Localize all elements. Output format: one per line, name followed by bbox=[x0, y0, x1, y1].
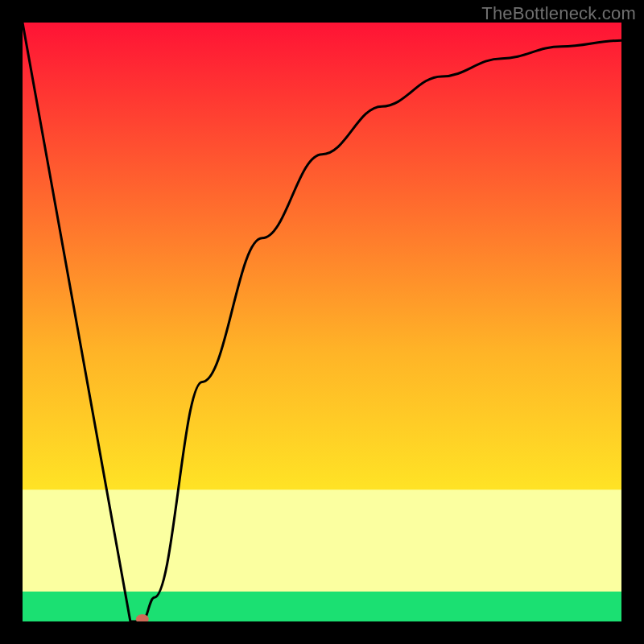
pale-yellow-band bbox=[23, 489, 621, 591]
green-band bbox=[23, 592, 621, 621]
chart-stage: TheBottleneck.com bbox=[0, 0, 644, 644]
plot-area bbox=[23, 23, 621, 621]
watermark-text: TheBottleneck.com bbox=[481, 3, 636, 24]
plot-svg bbox=[23, 23, 621, 621]
